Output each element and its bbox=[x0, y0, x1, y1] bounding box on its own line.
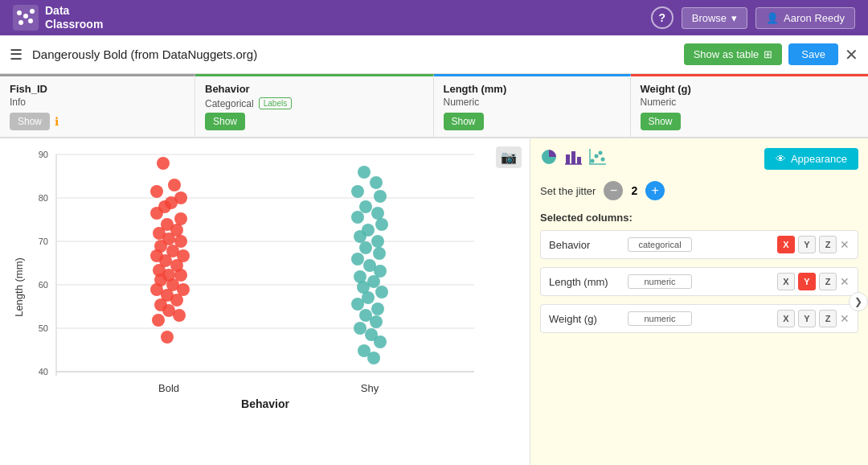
svg-point-55 bbox=[152, 314, 165, 327]
svg-point-79 bbox=[371, 302, 384, 315]
col-header-length: Length (mm) Numeric Show bbox=[434, 74, 631, 137]
jitter-label: Set the jitter bbox=[540, 185, 596, 197]
nav-right: ? Browse ▾ 👤 Aaron Reedy bbox=[651, 6, 855, 29]
svg-point-51 bbox=[170, 294, 183, 307]
svg-point-86 bbox=[367, 352, 380, 364]
svg-rect-88 bbox=[571, 151, 575, 164]
show-button-weight[interactable]: Show bbox=[641, 113, 681, 130]
svg-point-26 bbox=[150, 185, 163, 198]
col-type-weight: Numeric bbox=[641, 97, 859, 108]
svg-text:Shy: Shy bbox=[361, 382, 379, 394]
svg-rect-89 bbox=[577, 157, 581, 164]
show-button-fish-id[interactable]: Show bbox=[10, 113, 50, 130]
axis-btns-weight: X Y Z ✕ bbox=[777, 310, 850, 327]
y-axis-button-behavior[interactable]: Y bbox=[798, 236, 816, 253]
svg-point-67 bbox=[371, 235, 384, 248]
panel-top: 👁 Appearance bbox=[540, 148, 858, 170]
col-header-behavior: Behavior Categorical Labels Show bbox=[195, 74, 434, 137]
close-button[interactable]: ✕ bbox=[845, 45, 858, 64]
camera-button[interactable]: 📷 bbox=[496, 146, 522, 168]
svg-point-91 bbox=[591, 159, 595, 163]
svg-text:50: 50 bbox=[39, 323, 48, 333]
jitter-plus-button[interactable]: + bbox=[645, 181, 665, 200]
jitter-row: Set the jitter − 2 + bbox=[540, 181, 858, 200]
col-bottom-fish-id: Show ℹ bbox=[10, 113, 185, 130]
bar-chart-button[interactable] bbox=[564, 148, 582, 170]
jitter-value: 2 bbox=[631, 184, 637, 197]
col-name-fish-id: Fish_ID bbox=[10, 83, 185, 95]
svg-point-92 bbox=[595, 154, 599, 158]
dataset-title: Dangerously Bold (from DataNuggets.org) bbox=[32, 47, 257, 61]
eye-icon: 👁 bbox=[776, 153, 786, 165]
remove-button-behavior[interactable]: ✕ bbox=[840, 238, 850, 251]
col-row-name-length: Length (mm) bbox=[549, 276, 621, 288]
x-axis-button-behavior[interactable]: X bbox=[777, 236, 795, 253]
svg-point-82 bbox=[354, 322, 366, 335]
selected-cols-label: Selected columns: bbox=[540, 212, 858, 224]
col-name-length: Length (mm) bbox=[444, 83, 620, 95]
nav-arrow-button[interactable]: ❯ bbox=[849, 292, 868, 311]
hamburger-button[interactable]: ☰ bbox=[10, 46, 23, 64]
help-button[interactable]: ? bbox=[651, 6, 674, 29]
col-name-behavior: Behavior bbox=[205, 83, 250, 95]
col-row-name-behavior: Behavior bbox=[549, 239, 621, 251]
chart-svg: Length (mm) 90 80 70 60 50 40 bbox=[8, 146, 506, 412]
svg-point-57 bbox=[358, 166, 371, 179]
svg-point-5 bbox=[28, 19, 33, 23]
svg-point-68 bbox=[359, 241, 372, 254]
browse-button[interactable]: Browse ▾ bbox=[682, 7, 747, 29]
logo-icon bbox=[13, 5, 39, 31]
z-axis-button-behavior[interactable]: Z bbox=[819, 236, 837, 253]
svg-point-2 bbox=[23, 14, 28, 19]
info-icon-fish-id: ℹ bbox=[55, 115, 59, 128]
col-type-behavior: Categorical bbox=[205, 98, 254, 109]
x-axis-button-weight[interactable]: X bbox=[777, 310, 795, 327]
svg-point-76 bbox=[375, 286, 388, 298]
svg-text:60: 60 bbox=[39, 280, 48, 290]
svg-point-59 bbox=[351, 185, 364, 198]
svg-point-58 bbox=[370, 176, 383, 189]
axis-btns-behavior: X Y Z ✕ bbox=[777, 236, 850, 253]
x-axis-button-length[interactable]: X bbox=[777, 273, 795, 290]
scatter-chart-button[interactable] bbox=[588, 148, 606, 170]
table-icon: ⊞ bbox=[764, 48, 772, 60]
svg-point-70 bbox=[351, 253, 364, 265]
labels-badge-behavior[interactable]: Labels bbox=[259, 97, 292, 109]
show-table-button[interactable]: Show as table ⊞ bbox=[684, 43, 783, 65]
col-row-type-length: numeric bbox=[628, 274, 692, 289]
svg-text:Behavior: Behavior bbox=[241, 397, 289, 410]
svg-point-30 bbox=[150, 207, 163, 220]
col-row-length: Length (mm) numeric X Y Z ✕ bbox=[540, 267, 858, 296]
z-axis-button-weight[interactable]: Z bbox=[819, 310, 837, 327]
svg-point-69 bbox=[373, 247, 386, 260]
svg-text:Length (mm): Length (mm) bbox=[13, 257, 25, 317]
svg-rect-87 bbox=[566, 154, 570, 164]
remove-button-weight[interactable]: ✕ bbox=[840, 312, 850, 325]
y-axis-button-weight[interactable]: Y bbox=[798, 310, 816, 327]
svg-point-60 bbox=[374, 190, 387, 203]
col-type-length: Numeric bbox=[444, 97, 620, 108]
toolbar-left: ☰ Dangerously Bold (from DataNuggets.org… bbox=[10, 46, 257, 64]
show-button-behavior[interactable]: Show bbox=[205, 113, 245, 130]
right-panel: 👁 Appearance Set the jitter − 2 + Select… bbox=[530, 138, 868, 465]
svg-point-84 bbox=[374, 335, 387, 348]
y-axis-button-length[interactable]: Y bbox=[798, 273, 816, 290]
remove-button-length[interactable]: ✕ bbox=[840, 275, 850, 288]
svg-point-64 bbox=[375, 218, 388, 231]
jitter-minus-button[interactable]: − bbox=[604, 181, 623, 200]
svg-point-25 bbox=[168, 179, 181, 191]
chart-type-icons bbox=[540, 148, 606, 170]
appearance-button[interactable]: 👁 Appearance bbox=[764, 148, 858, 170]
logo-text: Data Classroom bbox=[45, 4, 103, 31]
user-button[interactable]: 👤 Aaron Reedy bbox=[755, 7, 855, 29]
z-axis-button-length[interactable]: Z bbox=[819, 273, 837, 290]
show-button-length[interactable]: Show bbox=[444, 113, 484, 130]
svg-point-66 bbox=[354, 230, 366, 243]
svg-text:40: 40 bbox=[39, 367, 48, 377]
save-button[interactable]: Save bbox=[788, 43, 838, 65]
col-type-fish-id: Info bbox=[10, 97, 185, 108]
col-row-type-behavior: categorical bbox=[628, 237, 692, 252]
pie-chart-button[interactable] bbox=[540, 148, 558, 170]
svg-point-61 bbox=[359, 200, 372, 213]
logo-area: Data Classroom bbox=[13, 4, 103, 31]
